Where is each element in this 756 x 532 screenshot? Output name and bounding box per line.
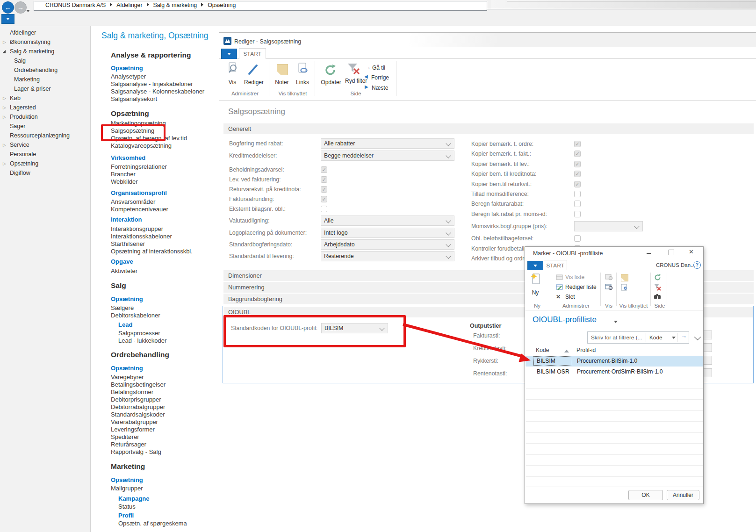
list-item-katalogvareops-tning[interactable]: Katalogvareopsætning xyxy=(111,142,172,149)
refresh-button[interactable]: Opdater xyxy=(319,79,343,86)
sidebar-item-sager[interactable]: Sager xyxy=(0,122,90,131)
list-item-debitorprisgrupper[interactable]: Debitorprisgrupper xyxy=(111,396,161,403)
list-item-salgsanalysekort[interactable]: Salgsanalysekort xyxy=(111,95,157,102)
list-item-rapportvalg-salg[interactable]: Rapportvalg - Salg xyxy=(111,448,161,455)
notes-button[interactable]: Noter xyxy=(273,79,291,86)
field-checkbox[interactable]: ✓ xyxy=(574,171,581,177)
edit-button[interactable]: Rediger xyxy=(243,79,265,86)
list-header-virksomhed[interactable]: Virksomhed xyxy=(111,154,145,161)
window-menu-button[interactable] xyxy=(1,14,14,24)
expand-collapsed-icon[interactable]: ▷ xyxy=(3,103,6,112)
expand-collapsed-icon[interactable]: ▷ xyxy=(3,112,6,122)
list-item-leveringsformer[interactable]: Leveringsformer xyxy=(111,426,155,433)
breadcrumb[interactable]: CRONUS Danmark A/SAfdelingerSalg & marke… xyxy=(34,1,487,11)
field-select[interactable] xyxy=(574,221,643,231)
notes-icon[interactable] xyxy=(277,64,288,75)
refresh-icon[interactable] xyxy=(324,63,338,79)
field-checkbox[interactable]: ✓ xyxy=(321,196,327,202)
list-item-starthilsener[interactable]: Starthilsener xyxy=(111,240,145,247)
breadcrumb-item-opsaetning[interactable]: Opsætning xyxy=(208,2,236,8)
list-item-ops-tn-af-sp-rgeskema[interactable]: Opsætn. af spørgeskema xyxy=(118,520,187,527)
sidebar-item-digiflow[interactable]: Digiflow xyxy=(0,168,90,178)
sidebar-item-ops-tning[interactable]: ▷Opsætning xyxy=(0,159,90,168)
field-checkbox[interactable]: ✓ xyxy=(574,151,581,157)
table-row[interactable]: BILSIM OSRProcurement-OrdSimR-BilSim-1.0 xyxy=(526,367,703,377)
field-checkbox[interactable]: ✓ xyxy=(321,176,327,183)
sidebar-item--konomistyring[interactable]: ▷Økonomistyring xyxy=(0,37,90,47)
list-header-lead[interactable]: Lead xyxy=(118,321,132,328)
expand-collapsed-icon[interactable]: ▷ xyxy=(3,93,6,103)
list-item-ansvarsomr-der[interactable]: Ansvarsområder xyxy=(111,198,155,205)
list-item-spedit-rer[interactable]: Speditører xyxy=(111,433,139,440)
sidebar-item-lagersted[interactable]: ▷Lagersted xyxy=(0,103,90,112)
ok-button[interactable]: OK xyxy=(628,490,663,500)
edit-window-app-menu[interactable] xyxy=(221,49,237,60)
view-button[interactable]: Vis xyxy=(223,79,242,86)
sidebar-item-ordrebehandling[interactable]: Ordrebehandling xyxy=(0,65,90,75)
goto-button[interactable]: Gå til xyxy=(372,65,385,71)
sidebar-item-lager-priser[interactable]: Lager & priser xyxy=(0,84,90,93)
links-icon[interactable] xyxy=(298,63,309,78)
breadcrumb-item-salg-marketing[interactable]: Salg & marketing xyxy=(153,2,197,8)
sidebar-item-salg[interactable]: Salg xyxy=(0,56,90,65)
edit-icon[interactable] xyxy=(247,63,260,78)
list-item-analysetyper[interactable]: Analysetyper xyxy=(111,73,146,80)
list-item-mailgrupper[interactable]: Mailgrupper xyxy=(111,485,143,492)
field-checkbox[interactable] xyxy=(574,235,581,242)
field-select[interactable]: Resterende xyxy=(321,251,454,261)
clear-filter-button[interactable]: Ryd filter xyxy=(345,79,363,84)
field-select[interactable]: Begge meddelelser xyxy=(321,151,454,161)
list-item-debitorskabeloner[interactable]: Debitorskabeloner xyxy=(111,312,160,319)
list-header-ops-tning[interactable]: Opsætning xyxy=(111,295,143,302)
clear-filter-icon[interactable] xyxy=(347,63,361,79)
sidebar-item-salg-marketing[interactable]: Salg & marketing xyxy=(0,47,90,56)
field-checkbox[interactable]: ✓ xyxy=(574,141,581,147)
list-header-ops-tning[interactable]: Opsætning xyxy=(111,476,143,483)
list-item-salgsanalyse-kolonneskabeloner[interactable]: Salgsanalyse - Kolonneskabeloner xyxy=(111,88,204,95)
sidebar-item-personale[interactable]: Personale xyxy=(0,150,90,159)
list-header-kampagne[interactable]: Kampagne xyxy=(118,495,149,502)
list-item-webkilder[interactable]: Webkilder xyxy=(111,178,138,185)
list-header-ops-tning[interactable]: Opsætning xyxy=(111,65,143,72)
sidebar-item-ressourceplanl-gning[interactable]: Ressourceplanlægning xyxy=(0,131,90,140)
list-item-brancher[interactable]: Brancher xyxy=(111,171,136,178)
list-item-debitorrabatgrupper[interactable]: Debitorrabatgrupper xyxy=(111,403,165,410)
expand-expanded-icon[interactable] xyxy=(2,50,6,53)
list-item-varerabatgrupper[interactable]: Varerabatgrupper xyxy=(111,418,158,425)
field-select[interactable]: Alle rabatter xyxy=(321,138,454,149)
field-checkbox[interactable]: ✓ xyxy=(321,166,327,173)
expand-collapsed-icon[interactable]: ▷ xyxy=(3,159,6,168)
forward-button[interactable]: → xyxy=(14,1,27,14)
sidebar-item-k-b[interactable]: ▷Køb xyxy=(0,93,90,103)
list-item-salgsanalyse-linjeskabeloner[interactable]: Salgsanalyse - linjeskabeloner xyxy=(111,80,193,87)
field-checkbox[interactable]: ✓ xyxy=(321,186,327,193)
field-checkbox[interactable] xyxy=(321,206,327,212)
list-header-interaktion[interactable]: Interaktion xyxy=(111,216,142,223)
breadcrumb-item-company[interactable]: CRONUS Danmark A/S xyxy=(45,2,106,8)
breadcrumb-item-afdelinger[interactable]: Afdelinger xyxy=(116,2,142,8)
list-header-organisationsprofil[interactable]: Organisationsprofil xyxy=(111,189,167,196)
sidebar-item-produktion[interactable]: ▷Produktion xyxy=(0,112,90,122)
list-item-interaktionsgrupper[interactable]: Interaktionsgrupper xyxy=(111,225,163,232)
list-item-varegebyrer[interactable]: Varegebyrer xyxy=(111,374,144,381)
section-generelt[interactable]: Generelt xyxy=(223,123,754,134)
cancel-button[interactable]: Annuller xyxy=(667,490,699,500)
nav-history-dropdown[interactable] xyxy=(26,6,30,14)
field-select[interactable]: Arbejdsdato xyxy=(321,239,454,250)
list-item-s-lgere[interactable]: Sælgere xyxy=(111,304,134,311)
field-checkbox[interactable] xyxy=(574,191,581,197)
back-button[interactable]: ← xyxy=(2,1,14,14)
list-item-interaktionsskabeloner[interactable]: Interaktionsskabeloner xyxy=(111,233,172,240)
field-checkbox[interactable] xyxy=(574,201,581,207)
expand-collapsed-icon[interactable]: ▷ xyxy=(3,37,6,47)
tab-start[interactable]: START xyxy=(239,48,266,59)
view-icon[interactable] xyxy=(227,62,239,78)
list-item-forretningsrelationer[interactable]: Forretningsrelationer xyxy=(111,163,167,170)
field-checkbox[interactable]: ✓ xyxy=(574,181,581,187)
sidebar-item-service[interactable]: ▷Service xyxy=(0,140,90,150)
list-item-kompetenceniveauer[interactable]: Kompetenceniveauer xyxy=(111,206,168,213)
next-button[interactable]: Næste xyxy=(372,85,388,91)
sidebar-item-afdelinger[interactable]: Afdelinger xyxy=(0,28,90,37)
links-button[interactable]: Links xyxy=(293,79,312,86)
list-item-salgsprocesser[interactable]: Salgsprocesser xyxy=(118,330,160,337)
